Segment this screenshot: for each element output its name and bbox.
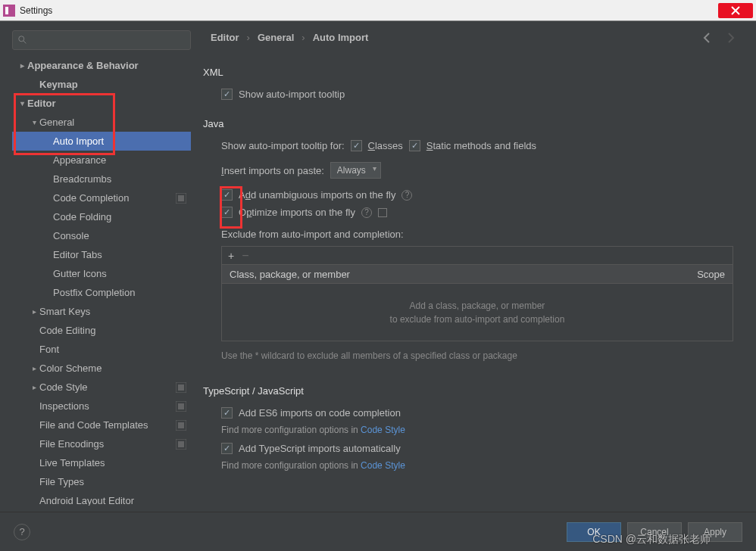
xml-show-tooltip-checkbox[interactable]: [221, 89, 233, 100]
sidebar-item-smart-keys[interactable]: Smart Keys: [12, 302, 191, 321]
project-badge-icon: [176, 193, 186, 204]
sidebar-item-label: Font: [39, 344, 186, 355]
titlebar: Settings: [0, 0, 756, 21]
project-badge-icon: [176, 382, 186, 393]
help-button[interactable]: ?: [14, 524, 30, 540]
sidebar-item-label: Android Layout Editor: [39, 495, 186, 506]
project-badge-icon: [176, 420, 186, 431]
sidebar-item-label: Color Scheme: [39, 363, 186, 374]
sidebar-item-label: General: [39, 117, 186, 128]
dialog-footer: ? OK Cancel Apply: [0, 512, 756, 551]
search-icon: [17, 35, 28, 45]
sidebar-item-label: Code Style: [39, 381, 176, 393]
window-title: Settings: [20, 5, 52, 16]
sidebar-item-label: Postfix Completion: [53, 287, 186, 298]
settings-mini-icon[interactable]: [378, 208, 387, 217]
exclude-table-header: Class, package, or member Scope: [221, 264, 733, 284]
sidebar-item-live-templates[interactable]: Live Templates: [12, 453, 191, 472]
insert-imports-dropdown[interactable]: Always: [330, 162, 381, 179]
back-icon[interactable]: [701, 32, 714, 44]
sidebar-item-label: Code Completion: [53, 192, 176, 204]
sidebar-item-auto-import[interactable]: Auto Import: [12, 132, 191, 151]
svg-line-3: [23, 41, 27, 44]
sidebar-item-general[interactable]: General: [12, 113, 191, 132]
sidebar-item-gutter-icons[interactable]: Gutter Icons: [12, 264, 191, 283]
exclude-panel: + − Class, package, or member Scope Add …: [221, 246, 733, 341]
add-button[interactable]: +: [228, 250, 234, 262]
sidebar-item-label: Auto Import: [53, 135, 186, 147]
exclude-table-body: Add a class, package, or member to exclu…: [221, 284, 733, 341]
sidebar-item-label: Inspections: [39, 400, 176, 412]
sidebar-item-label: Keymap: [39, 79, 186, 90]
sidebar-item-file-encodings[interactable]: File Encodings: [12, 434, 191, 453]
optimize-imports-checkbox[interactable]: [221, 207, 233, 218]
sidebar-item-label: Smart Keys: [39, 306, 186, 317]
help-icon[interactable]: ?: [361, 207, 372, 218]
sidebar-item-color-scheme[interactable]: Color Scheme: [12, 359, 191, 378]
svg-rect-11: [178, 422, 184, 428]
apply-button[interactable]: Apply: [688, 522, 742, 542]
sidebar-item-label: Appearance: [53, 154, 186, 166]
add-unambiguous-checkbox[interactable]: [221, 189, 233, 201]
code-style-link[interactable]: Code Style: [361, 460, 405, 471]
add-es6-checkbox[interactable]: [221, 407, 233, 419]
code-style-link[interactable]: Code Style: [361, 425, 405, 435]
sidebar-item-label: Code Editing: [39, 325, 186, 336]
ok-button[interactable]: OK: [567, 522, 621, 542]
sidebar-item-breadcrumbs[interactable]: Breadcrumbs: [12, 170, 191, 188]
java-static-checkbox[interactable]: [409, 140, 420, 151]
sidebar-item-code-editing[interactable]: Code Editing: [12, 321, 191, 340]
search-input[interactable]: [12, 30, 191, 50]
sidebar-item-appearance-behavior[interactable]: Appearance & Behavior: [12, 56, 191, 75]
sidebar-item-appearance[interactable]: Appearance: [12, 151, 191, 170]
app-icon: [3, 5, 15, 17]
svg-rect-9: [178, 403, 184, 409]
ts-more-2: Find more configuration options in Code …: [221, 460, 739, 471]
nav-arrows: [701, 32, 736, 44]
svg-rect-1: [5, 7, 8, 14]
sidebar-item-label: File and Code Templates: [39, 419, 176, 431]
sidebar-item-inspections[interactable]: Inspections: [12, 397, 191, 416]
sidebar-item-label: Console: [53, 230, 186, 241]
forward-icon[interactable]: [724, 32, 736, 44]
section-ts: TypeScript / JavaScript: [203, 385, 739, 397]
add-ts-imports-checkbox[interactable]: [221, 443, 233, 454]
sidebar-item-code-style[interactable]: Code Style: [12, 378, 191, 397]
sidebar-item-code-folding[interactable]: Code Folding: [12, 207, 191, 226]
wildcard-hint: Use the * wildcard to exclude all member…: [221, 349, 524, 363]
remove-button: −: [242, 249, 248, 263]
settings-content: XML Show auto-import tooltip Java Show a…: [203, 61, 739, 506]
svg-rect-13: [178, 441, 184, 447]
sidebar-item-label: Live Templates: [39, 457, 186, 469]
sidebar[interactable]: Appearance & BehaviorKeymapEditorGeneral…: [12, 56, 191, 506]
sidebar-item-label: File Encodings: [39, 438, 176, 450]
java-classes-checkbox[interactable]: [351, 140, 362, 151]
section-xml: XML: [203, 67, 739, 78]
svg-rect-7: [178, 384, 184, 391]
svg-point-2: [19, 36, 24, 42]
sidebar-item-file-and-code-templates[interactable]: File and Code Templates: [12, 416, 191, 434]
sidebar-item-keymap[interactable]: Keymap: [12, 75, 191, 94]
close-button[interactable]: [718, 3, 753, 18]
sidebar-item-label: Editor: [27, 98, 186, 109]
sidebar-item-editor-tabs[interactable]: Editor Tabs: [12, 245, 191, 264]
sidebar-item-font[interactable]: Font: [12, 340, 191, 359]
sidebar-item-label: File Types: [39, 476, 186, 487]
sidebar-item-editor[interactable]: Editor: [12, 94, 191, 113]
project-badge-icon: [176, 401, 186, 412]
sidebar-item-postfix-completion[interactable]: Postfix Completion: [12, 283, 191, 302]
sidebar-item-file-types[interactable]: File Types: [12, 472, 191, 491]
sidebar-item-console[interactable]: Console: [12, 226, 191, 245]
help-icon[interactable]: ?: [401, 190, 412, 201]
section-java: Java: [203, 118, 739, 129]
cancel-button[interactable]: Cancel: [627, 522, 682, 542]
sidebar-item-label: Gutter Icons: [53, 268, 186, 279]
sidebar-item-label: Code Folding: [53, 211, 186, 223]
sidebar-item-android-layout-editor[interactable]: Android Layout Editor: [12, 491, 191, 506]
ts-more-1: Find more configuration options in Code …: [221, 425, 739, 435]
svg-rect-5: [178, 195, 184, 201]
project-badge-icon: [176, 439, 186, 450]
sidebar-item-label: Editor Tabs: [53, 249, 186, 260]
sidebar-item-label: Breadcrumbs: [53, 173, 186, 185]
sidebar-item-code-completion[interactable]: Code Completion: [12, 188, 191, 207]
